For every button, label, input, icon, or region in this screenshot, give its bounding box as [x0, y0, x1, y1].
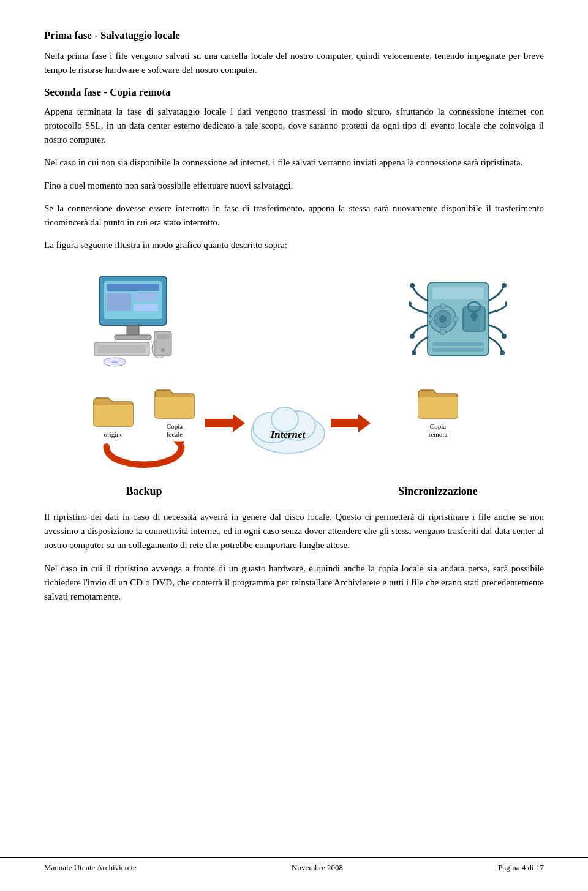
svg-rect-38 [432, 342, 484, 346]
folder-origine-label: origine [104, 430, 123, 438]
svg-point-45 [271, 407, 298, 432]
footer: Manuale Utente Archivierete Novembre 200… [0, 857, 588, 873]
svg-point-32 [410, 334, 415, 339]
folder-origine: origine [86, 393, 141, 438]
folder-copia-remota: Copiaremota [410, 385, 466, 438]
paragraph-6: Il ripristino dei dati in caso di necess… [44, 510, 544, 553]
section1-title: Prima fase - Salvataggio locale [44, 29, 544, 42]
svg-rect-24 [428, 317, 432, 321]
folder-origine-icon [91, 393, 135, 429]
svg-rect-10 [107, 284, 159, 291]
footer-center: Novembre 2008 [292, 863, 343, 873]
svg-point-34 [502, 283, 507, 288]
backup-label: Backup [126, 485, 162, 498]
svg-rect-15 [157, 334, 169, 339]
svg-rect-22 [440, 304, 445, 309]
internet-cloud: Internet [239, 394, 337, 455]
page: Prima fase - Salvataggio locale Nella pr… [0, 0, 588, 891]
svg-rect-18 [432, 287, 484, 299]
diagram-top-row [44, 270, 544, 374]
figure-caption: La figura seguente illustra in modo graf… [44, 238, 544, 252]
paragraph-5: Se la connessione dovesse essere interro… [44, 201, 544, 230]
svg-rect-3 [115, 335, 151, 340]
svg-rect-39 [432, 348, 484, 352]
cloud-svg: Internet [239, 394, 337, 455]
server-svg [409, 270, 507, 374]
computer-illustration [81, 270, 185, 374]
svg-text:Internet: Internet [270, 429, 306, 440]
svg-point-30 [410, 283, 415, 288]
computer-svg [81, 270, 185, 374]
paragraph-7: Nel caso in cui il ripristino avvenga a … [44, 562, 544, 604]
diagram-middle-row: origine Copialocale [44, 385, 544, 498]
svg-point-16 [161, 348, 165, 352]
svg-rect-23 [440, 329, 445, 334]
folder-copia-locale-icon [153, 385, 197, 421]
right-diagram-group: Copiaremota Sincronizzazione [364, 385, 511, 498]
paragraph-3: Nel caso in cui non sia disponibile la c… [44, 156, 544, 170]
folder-copia-remota-icon [416, 385, 460, 421]
svg-rect-25 [453, 317, 458, 321]
diagram: origine Copialocale [44, 270, 544, 498]
paragraph-1: Nella prima fase i file vengono salvati … [44, 49, 544, 78]
left-diagram-group: origine Copialocale [77, 385, 211, 498]
svg-point-36 [502, 334, 507, 339]
svg-rect-11 [107, 293, 131, 311]
svg-rect-13 [134, 304, 158, 311]
server-illustration [409, 270, 507, 374]
svg-rect-2 [127, 325, 139, 336]
backup-curved-arrow [83, 438, 205, 481]
svg-point-33 [412, 350, 417, 355]
footer-right: Pagina 4 di 17 [498, 863, 544, 873]
footer-left: Manuale Utente Archivierete [44, 863, 137, 873]
folder-copia-remota-label: Copiaremota [429, 423, 448, 438]
sincronizzazione-label: Sincronizzazione [398, 485, 478, 498]
svg-rect-5 [98, 345, 146, 353]
svg-rect-29 [472, 315, 476, 321]
section2-title: Seconda fase - Copia remota [44, 86, 544, 99]
paragraph-2: Appena terminata la fase di salvataggio … [44, 105, 544, 148]
svg-point-9 [111, 361, 118, 363]
folder-copia-locale-label: Copialocale [167, 423, 183, 438]
folder-copia-locale: Copialocale [147, 385, 202, 438]
svg-rect-12 [134, 293, 158, 301]
svg-point-21 [439, 315, 447, 323]
paragraph-4: Fino a quel momento non sarà possibile e… [44, 179, 544, 193]
svg-point-37 [500, 350, 505, 355]
